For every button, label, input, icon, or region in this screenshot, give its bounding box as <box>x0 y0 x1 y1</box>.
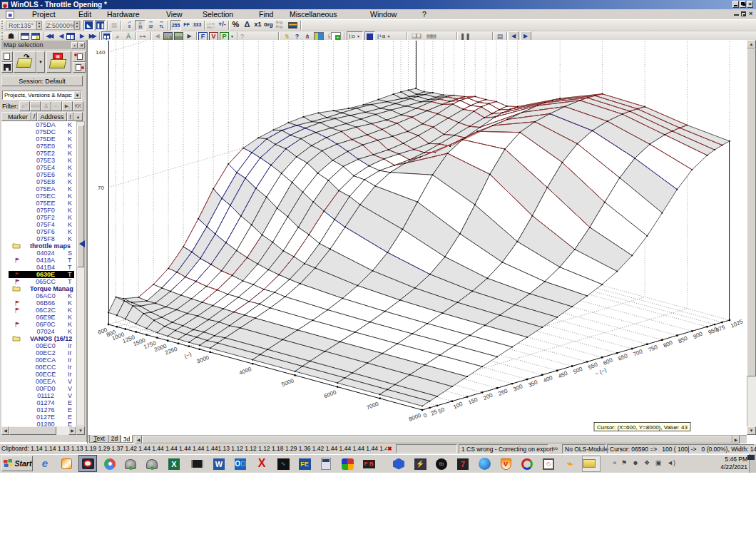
svg-text:800: 800 <box>663 339 674 349</box>
svg-text:6000: 6000 <box>323 389 337 399</box>
svg-text:350: 350 <box>527 379 538 389</box>
svg-text:0: 0 <box>422 412 428 419</box>
svg-text:(~): (~) <box>183 351 193 359</box>
svg-text:5000: 5000 <box>280 377 295 388</box>
svg-text:100: 100 <box>452 401 464 411</box>
svg-text:7000: 7000 <box>365 401 379 411</box>
svg-text:400: 400 <box>542 374 553 384</box>
svg-text:250: 250 <box>497 387 509 397</box>
svg-text:700: 700 <box>632 348 643 358</box>
svg-text:3000: 3000 <box>196 354 210 365</box>
svg-text:200: 200 <box>482 391 494 401</box>
svg-text:1025: 1025 <box>730 318 744 329</box>
svg-text:140: 140 <box>96 49 106 56</box>
svg-text:300: 300 <box>512 383 523 393</box>
svg-text:900: 900 <box>693 330 704 340</box>
svg-text:150: 150 <box>467 396 479 406</box>
svg-text:850: 850 <box>678 334 689 344</box>
svg-text:650: 650 <box>617 352 628 362</box>
svg-text:4000: 4000 <box>238 366 252 376</box>
svg-text:975: 975 <box>715 324 726 334</box>
svg-text:Cursor: (X=600, Y=8000), Value: Cursor: (X=600, Y=8000), Value: 43 <box>597 424 688 431</box>
svg-text:50: 50 <box>437 406 446 415</box>
svg-text:500: 500 <box>572 365 583 375</box>
svg-text:750: 750 <box>648 344 659 354</box>
svg-text:8000: 8000 <box>408 412 422 423</box>
svg-text:600: 600 <box>602 356 613 366</box>
svg-text:70: 70 <box>98 185 104 191</box>
svg-text:450: 450 <box>557 370 568 380</box>
